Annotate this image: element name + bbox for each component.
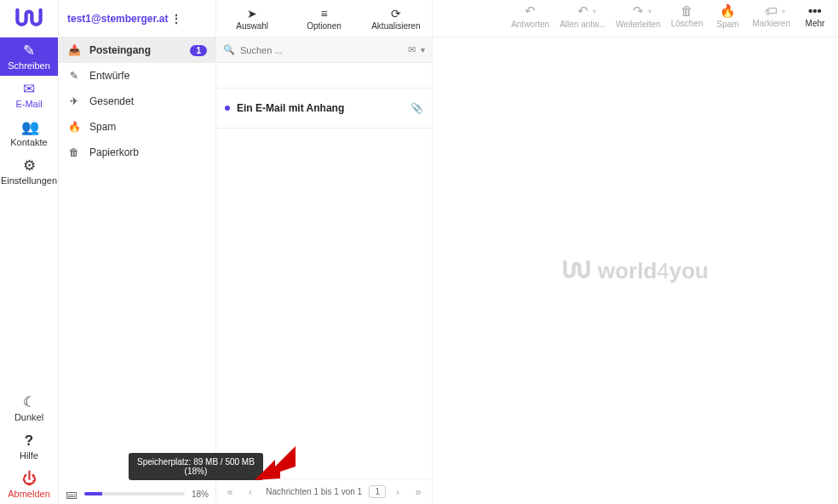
list-toolbar: ➤ Auswahl ≡ Optionen ⟳ Aktualisieren — [216, 0, 432, 37]
moon-icon: ☾ — [21, 395, 37, 410]
nav-mail[interactable]: ✉ E-Mail — [0, 76, 58, 114]
refresh-label: Aktualisieren — [371, 21, 420, 31]
nav-settings[interactable]: ⚙ Einstellungen — [0, 152, 58, 191]
paperclip-icon: 📎 — [410, 102, 423, 114]
folder-drafts[interactable]: ✎ Entwürfe — [59, 63, 215, 89]
nav-dark[interactable]: ☾ Dunkel — [0, 389, 58, 427]
nav-settings-label: Einstellungen — [1, 175, 57, 186]
pencil-icon: ✎ — [67, 70, 81, 82]
compose-icon: ✎ — [21, 43, 37, 59]
brand-logo-icon — [562, 258, 591, 284]
app-logo — [0, 0, 59, 37]
pager-last[interactable]: » — [410, 484, 427, 501]
cursor-icon: ➤ — [247, 7, 257, 20]
nav-rail: ✎ Schreiben ✉ E-Mail 👥 Kontakte ⚙ Einste… — [0, 0, 59, 504]
nav-mail-label: E-Mail — [15, 99, 42, 109]
message-row[interactable]: Ein E-Mail mit Anhang 📎 — [216, 89, 432, 129]
folder-sent[interactable]: ✈ Gesendet — [59, 89, 215, 114]
delete-label: Löschen — [671, 19, 703, 28]
more-icon: ••• — [808, 3, 822, 18]
unread-dot-icon — [225, 106, 230, 111]
spam-button[interactable]: 🔥 Spam — [709, 2, 748, 31]
account-email: test1@stemberger.at — [67, 13, 168, 25]
select-label: Auswahl — [236, 21, 268, 31]
folder-sent-label: Gesendet — [89, 95, 134, 107]
compose-button[interactable]: ✎ Schreiben — [0, 37, 58, 76]
quota-percent: 18% — [192, 490, 209, 499]
disk-icon: 🖴 — [66, 487, 77, 501]
pager-first[interactable]: « — [221, 484, 238, 501]
refresh-icon: ⟳ — [391, 7, 401, 20]
more-label: Mehr — [806, 19, 825, 28]
reply-label: Antworten — [511, 20, 549, 29]
nav-contacts[interactable]: 👥 Kontakte — [0, 114, 58, 152]
brand-text: world4you — [598, 258, 709, 284]
reply-all-icon: ↶▾ — [577, 3, 588, 19]
search-icon: 🔍 — [223, 44, 235, 55]
contacts-icon: 👥 — [21, 120, 37, 135]
mark-label: Markieren — [753, 19, 790, 28]
compose-label: Schreiben — [8, 60, 50, 71]
reply-all-button[interactable]: ↶▾ Allen antw... — [554, 2, 611, 31]
select-button[interactable]: ➤ Auswahl — [216, 0, 288, 37]
preview-toolbar: ↶ Antworten ↶▾ Allen antw... ↷▾ Weiterle… — [433, 0, 838, 37]
more-button[interactable]: ••• Mehr — [795, 2, 835, 30]
quota-bar-row: 🖴 18% — [59, 484, 215, 504]
power-icon: ⏻ — [21, 472, 37, 487]
message-list: Ein E-Mail mit Anhang 📎 — [216, 63, 432, 478]
folder-trash[interactable]: 🗑 Papierkorb — [59, 140, 215, 165]
folder-spam-label: Spam — [89, 121, 116, 133]
pager-info: Nachrichten 1 bis 1 von 1 — [262, 487, 365, 496]
fire-icon: 🔥 — [720, 3, 736, 19]
nav-logout-label: Abmelden — [8, 489, 50, 499]
chevron-down-icon[interactable]: ▾ — [421, 45, 425, 54]
forward-label: Weiterleiten — [616, 20, 661, 29]
reply-all-label: Allen antw... — [560, 20, 606, 29]
pager-next[interactable]: › — [389, 484, 406, 501]
folder-inbox[interactable]: 📥 Posteingang 1 — [59, 37, 215, 63]
envelope-filter-icon[interactable]: ✉ — [408, 44, 416, 55]
quota-bar — [84, 492, 185, 495]
forward-button[interactable]: ↷▾ Weiterleiten — [611, 2, 666, 31]
nav-contacts-label: Kontakte — [10, 137, 47, 147]
account-header[interactable]: test1@stemberger.at ⋮ — [59, 0, 215, 37]
options-label: Optionen — [307, 21, 342, 31]
options-button[interactable]: ≡ Optionen — [288, 0, 359, 37]
folder-drafts-label: Entwürfe — [89, 70, 129, 82]
trash-icon: 🗑 — [680, 3, 693, 18]
folder-spam[interactable]: 🔥 Spam — [59, 114, 215, 140]
svg-marker-0 — [255, 446, 296, 480]
trash-icon: 🗑 — [67, 146, 81, 158]
pager-page[interactable]: 1 — [369, 485, 386, 498]
preview-pane: ↶ Antworten ↶▾ Allen antw... ↷▾ Weiterle… — [433, 0, 838, 504]
quota-tooltip: Speicherplatz: 89 MB / 500 MB (18%) — [129, 453, 263, 480]
caret-icon: ▾ — [648, 8, 651, 15]
delete-button[interactable]: 🗑 Löschen — [666, 2, 709, 30]
inbox-icon: 📥 — [67, 44, 81, 56]
mail-icon: ✉ — [21, 82, 37, 97]
caret-icon: ▾ — [593, 8, 596, 15]
pager: « ‹ Nachrichten 1 bis 1 von 1 1 › » — [216, 478, 432, 504]
message-subject: Ein E-Mail mit Anhang — [237, 102, 404, 114]
quota-tooltip-line1: Speicherplatz: 89 MB / 500 MB — [137, 457, 255, 467]
nav-help-label: Hilfe — [20, 450, 38, 461]
refresh-button[interactable]: ⟳ Aktualisieren — [360, 0, 432, 37]
search-input[interactable] — [240, 45, 403, 55]
quota-tooltip-line2: (18%) — [137, 467, 255, 476]
account-menu-icon[interactable]: ⋮ — [168, 13, 210, 25]
folder-inbox-label: Posteingang — [89, 44, 151, 56]
tag-icon: 🏷▾ — [765, 3, 778, 18]
gear-icon: ⚙ — [21, 158, 37, 174]
message-list-pane: ➤ Auswahl ≡ Optionen ⟳ Aktualisieren 🔍 ✉… — [216, 0, 433, 504]
caret-icon: ▾ — [782, 8, 785, 15]
nav-help[interactable]: ? Hilfe — [0, 427, 58, 466]
preview-empty: world4you — [433, 37, 838, 504]
reply-button[interactable]: ↶ Antworten — [506, 2, 554, 31]
search-row: 🔍 ✉ ▾ — [216, 37, 432, 63]
help-icon: ? — [21, 433, 37, 449]
annotation-arrow — [255, 446, 296, 487]
spam-label: Spam — [716, 20, 738, 29]
mark-button[interactable]: 🏷▾ Markieren — [748, 2, 795, 30]
nav-logout[interactable]: ⏻ Abmelden — [0, 466, 58, 504]
folder-trash-label: Papierkorb — [89, 146, 139, 158]
